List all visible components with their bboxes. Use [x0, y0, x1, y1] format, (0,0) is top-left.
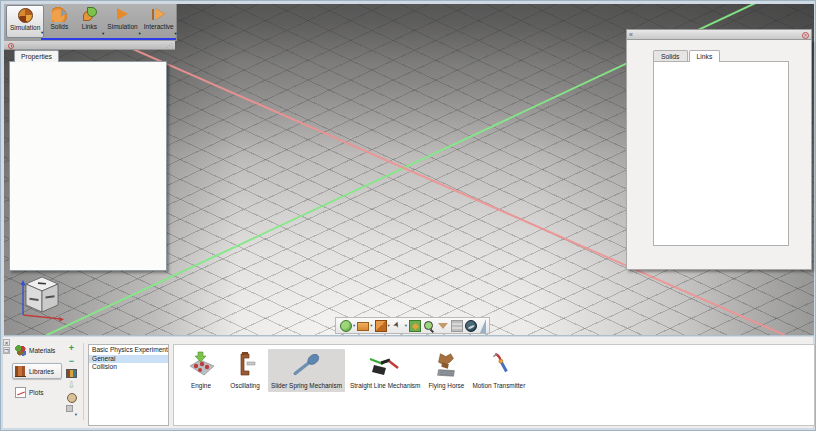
view-cube-x-axis [23, 315, 61, 319]
tab-links[interactable]: Links [689, 50, 721, 62]
category-general[interactable]: General [89, 355, 168, 364]
zoom-window-icon[interactable] [423, 320, 435, 332]
dropdown-caret-icon[interactable]: ▾ [388, 323, 390, 328]
dropdown-caret-icon: ▾ [174, 31, 176, 36]
shaded-view-icon[interactable] [340, 320, 352, 332]
render-icon[interactable] [465, 320, 477, 332]
solids-links-panel: « ✕ SolidsLinks [626, 29, 812, 270]
ribbon-tab-simulation[interactable]: Simulation▾ [6, 5, 44, 38]
view-cube[interactable] [17, 271, 67, 323]
library-box-icon[interactable] [66, 369, 77, 378]
grid-icon[interactable] [451, 320, 463, 332]
libraries-icon [15, 366, 26, 377]
library-toolbar: +−⇩▾ [66, 343, 79, 414]
dropdown-caret-icon: ▾ [75, 409, 77, 420]
more-icon[interactable]: ▾ [66, 405, 73, 412]
library-item-label: Motion Transmitter [472, 382, 525, 389]
category-basic-physics-experiments[interactable]: Basic Physics Experiments [89, 346, 168, 355]
library-item-motion-transmitter[interactable]: Motion Transmitter [469, 349, 528, 392]
motion-transmitter-thumb [481, 351, 517, 379]
remove-icon[interactable]: − [66, 356, 77, 367]
sidebar-item-label: Libraries [29, 368, 54, 375]
close-icon[interactable]: ✕ [802, 32, 809, 39]
bottom-panel-sidebar: MaterialsLibrariesPlots [12, 342, 62, 405]
library-item-label: Slider Spring Mechanism [271, 382, 342, 389]
library-item-straight-line-mechanism[interactable]: Straight Line Mechanism [347, 349, 423, 392]
library-bottom-panel: ✕❐ MaterialsLibrariesPlots +−⇩▾ Basic Ph… [3, 337, 813, 428]
library-item-engine[interactable]: Engine [180, 349, 222, 392]
dropdown-caret-icon[interactable]: ▾ [370, 323, 372, 328]
sidebar-item-materials[interactable]: Materials [12, 342, 62, 358]
plane-icon[interactable] [357, 322, 369, 331]
add-icon[interactable]: + [66, 343, 77, 354]
viewport-toolbar-items: ▾▾▾▾ [339, 320, 478, 332]
library-item-flying-horse[interactable]: Flying Horse [425, 349, 467, 392]
oscillating-thumb [227, 351, 263, 379]
viewport-toolbar: ▾▾▾▾ [335, 317, 490, 334]
category-collision[interactable]: Collision [89, 363, 168, 372]
library-item-slider-spring-mechanism[interactable]: Slider Spring Mechanism [268, 349, 345, 392]
close-icon[interactable]: ✕ [3, 339, 10, 346]
dropdown-caret-icon: ▾ [41, 30, 43, 35]
run-simulation-icon [115, 7, 130, 22]
simulation-sphere-icon [18, 8, 33, 23]
ribbon-tab-simulation[interactable]: Simulation▾ [104, 5, 140, 38]
ribbon-tab-links[interactable]: Links▾ [74, 5, 104, 38]
install-icon[interactable]: ⇩ [66, 380, 77, 391]
select-cursor-icon[interactable] [392, 320, 404, 332]
straight-line-thumb [367, 351, 403, 379]
sidebar-item-plots[interactable]: Plots [12, 384, 62, 400]
library-item-oscillating[interactable]: Oscillating [224, 349, 266, 392]
links-list[interactable] [653, 61, 789, 246]
view-cube-body[interactable] [26, 277, 58, 312]
solids-links-body: SolidsLinks [626, 40, 812, 270]
ribbon-tab-label: Interactive [144, 23, 174, 30]
toolbar-resize-grip[interactable] [480, 319, 486, 333]
materials-icon [15, 345, 26, 356]
zoom-extents-icon[interactable] [409, 320, 421, 332]
ribbon: Simulation▾SolidsLinks▾Simulation▾Intera… [4, 4, 177, 41]
ribbon-tab-interactive[interactable]: Interactive▾ [141, 5, 177, 38]
dropdown-caret-icon[interactable]: ▾ [353, 323, 355, 328]
library-items-list: EngineOscillatingSlider Spring Mechanism… [173, 344, 815, 426]
ribbon-tab-label: Simulation [107, 23, 137, 30]
library-item-label: Oscillating [230, 382, 259, 389]
library-item-label: Straight Line Mechanism [350, 382, 420, 389]
ribbon-accent-line [41, 38, 176, 40]
record-bar: ⋰ [4, 41, 175, 50]
collapse-icon[interactable]: « [629, 30, 633, 40]
links-icon [82, 7, 97, 22]
interactive-icon [151, 7, 166, 22]
sidebar-item-libraries[interactable]: Libraries [12, 363, 62, 379]
application-window: ▾▾▾▾ Simulation▾SolidsLinks▾Simulation▾I… [0, 0, 816, 431]
sidebar-item-label: Plots [29, 389, 43, 396]
solid-cube-icon[interactable] [375, 320, 387, 332]
plots-icon [15, 387, 26, 398]
record-bar-grip[interactable]: ⋰ [166, 41, 171, 48]
tab-properties[interactable]: Properties [14, 50, 59, 62]
record-target-icon[interactable] [8, 43, 14, 49]
sidebar-item-label: Materials [29, 347, 55, 354]
dropdown-caret-icon[interactable]: ▾ [405, 323, 407, 328]
library-category-list[interactable]: Basic Physics ExperimentsGeneralCollisio… [88, 344, 169, 426]
properties-panel: Properties [9, 50, 169, 271]
library-item-label: Engine [191, 382, 211, 389]
orbit-down-icon[interactable] [437, 320, 449, 332]
pin-window-icon[interactable]: ❐ [3, 347, 10, 354]
ribbon-tab-solids[interactable]: Solids [44, 5, 74, 38]
solids-icon [52, 7, 67, 22]
properties-content [9, 61, 167, 271]
library-item-label: Flying Horse [428, 382, 464, 389]
slider-spring-thumb [289, 351, 325, 379]
library-toolbar-separator [83, 343, 84, 420]
ribbon-tabs: Simulation▾SolidsLinks▾Simulation▾Intera… [6, 5, 177, 38]
engine-thumb [183, 351, 219, 379]
bottom-panel-corner-icons: ✕❐ [3, 339, 11, 355]
solids-links-titlebar[interactable]: « ✕ [626, 29, 812, 40]
flying-horse-thumb [428, 351, 464, 379]
ribbon-tab-label: Solids [51, 23, 69, 30]
web-icon[interactable] [67, 393, 77, 403]
ribbon-tab-label: Links [82, 23, 97, 30]
ribbon-tab-label: Simulation [10, 24, 40, 31]
